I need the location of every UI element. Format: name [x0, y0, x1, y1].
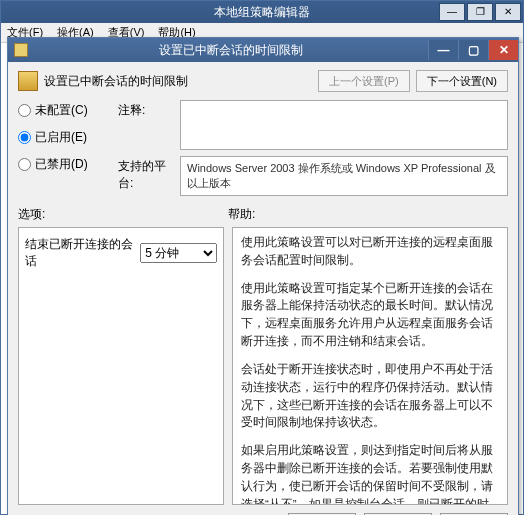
dialog-close-button[interactable]: ✕ [488, 40, 518, 60]
radio-not-configured[interactable]: 未配置(C) [18, 102, 118, 119]
dialog-title: 设置已中断会话的时间限制 [34, 42, 428, 59]
options-pane: 结束已断开连接的会话 5 分钟 [18, 227, 224, 505]
nav-buttons: 上一个设置(P) 下一个设置(N) [318, 70, 508, 92]
help-pane[interactable]: 使用此策略设置可以对已断开连接的远程桌面服务会话配置时间限制。 使用此策略设置可… [232, 227, 508, 505]
outer-body: 设置已中断会话的时间限制 — ▢ ✕ 设置已中断会话的时间限制 上一个设置(P)… [1, 43, 523, 514]
dialog-header-row: 设置已中断会话的时间限制 上一个设置(P) 下一个设置(N) [18, 70, 508, 92]
radio-disabled-label: 已禁用(D) [35, 156, 88, 173]
help-p2: 会话处于断开连接状态时，即使用户不再处于活动连接状态，运行中的程序仍保持活动。默… [241, 361, 499, 432]
mid-block: 结束已断开连接的会话 5 分钟 使用此策略设置可以对已断开连接的远程桌面服务会话… [18, 227, 508, 505]
dialog-button-row: 确定 取消 应用(A) [18, 505, 508, 515]
dialog-icon [14, 43, 28, 57]
option-label: 结束已断开连接的会话 [25, 236, 134, 270]
help-p1: 使用此策略设置可指定某个已断开连接的会话在服务器上能保持活动状态的最长时间。默认… [241, 280, 499, 351]
state-radios: 未配置(C) 已启用(E) 已禁用(D) [18, 100, 118, 196]
gpedit-window: 本地组策略编辑器 — ❐ ✕ 文件(F) 操作(A) 查看(V) 帮助(H) 设… [0, 0, 524, 515]
help-label: 帮助: [228, 206, 255, 223]
supported-row: 支持的平台: Windows Server 2003 操作系统或 Windows… [118, 156, 508, 196]
mid-labels: 选项: 帮助: [18, 206, 508, 223]
radio-enabled-label: 已启用(E) [35, 129, 87, 146]
outer-close-button[interactable]: ✕ [495, 3, 521, 21]
options-label: 选项: [18, 206, 228, 223]
radio-not-configured-label: 未配置(C) [35, 102, 88, 119]
radio-disabled-input[interactable] [18, 158, 31, 171]
policy-icon [18, 71, 38, 91]
outer-titlebar: 本地组策略编辑器 — ❐ ✕ [1, 1, 523, 23]
top-right-col: 注释: 支持的平台: Windows Server 2003 操作系统或 Win… [118, 100, 508, 196]
radio-enabled[interactable]: 已启用(E) [18, 129, 118, 146]
dialog-body: 设置已中断会话的时间限制 上一个设置(P) 下一个设置(N) 未配置(C) [8, 62, 518, 515]
comment-row: 注释: [118, 100, 508, 150]
radio-not-configured-input[interactable] [18, 104, 31, 117]
help-p0: 使用此策略设置可以对已断开连接的远程桌面服务会话配置时间限制。 [241, 234, 499, 270]
dialog-maximize-button[interactable]: ▢ [458, 40, 488, 60]
radio-enabled-input[interactable] [18, 131, 31, 144]
outer-title: 本地组策略编辑器 [214, 4, 310, 21]
dialog-window-controls: — ▢ ✕ [428, 40, 518, 60]
policy-dialog: 设置已中断会话的时间限制 — ▢ ✕ 设置已中断会话的时间限制 上一个设置(P)… [7, 37, 519, 515]
outer-window-controls: — ❐ ✕ [439, 3, 521, 21]
policy-header-title: 设置已中断会话的时间限制 [44, 73, 318, 90]
help-p3: 如果启用此策略设置，则达到指定时间后将从服务器中删除已断开连接的会话。若要强制使… [241, 442, 499, 505]
dialog-titlebar: 设置已中断会话的时间限制 — ▢ ✕ [8, 38, 518, 62]
option-row: 结束已断开连接的会话 5 分钟 [25, 236, 217, 270]
outer-maximize-button[interactable]: ❐ [467, 3, 493, 21]
comment-input[interactable] [180, 100, 508, 150]
top-block: 未配置(C) 已启用(E) 已禁用(D) 注释: [18, 100, 508, 196]
comment-label: 注释: [118, 100, 174, 119]
outer-minimize-button[interactable]: — [439, 3, 465, 21]
next-setting-button[interactable]: 下一个设置(N) [416, 70, 508, 92]
radio-disabled[interactable]: 已禁用(D) [18, 156, 118, 173]
dialog-minimize-button[interactable]: — [428, 40, 458, 60]
supported-label: 支持的平台: [118, 156, 174, 192]
supported-value: Windows Server 2003 操作系统或 Windows XP Pro… [180, 156, 508, 196]
prev-setting-button[interactable]: 上一个设置(P) [318, 70, 410, 92]
option-select[interactable]: 5 分钟 [140, 243, 217, 263]
